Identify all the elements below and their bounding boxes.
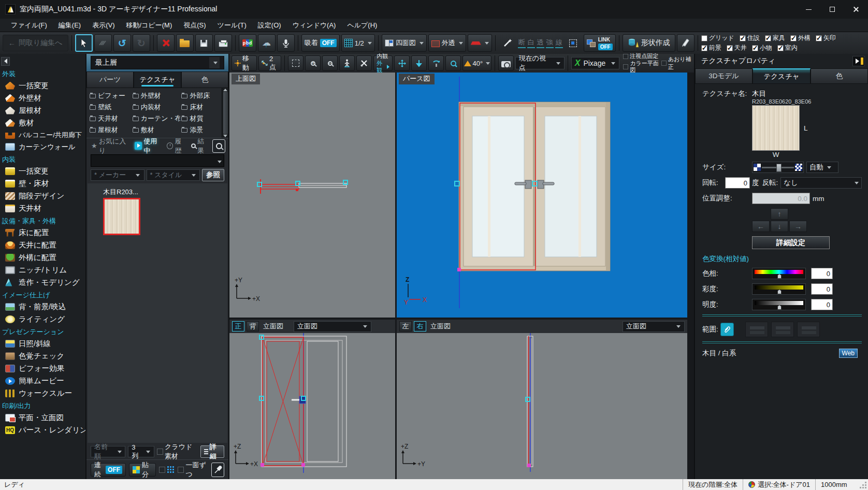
viewport-top-view[interactable]: 上面図 +Y	[229, 73, 395, 318]
menu-move-copy[interactable]: 移動/コピー(M)	[121, 19, 178, 32]
minimize-button[interactable]	[797, 0, 820, 19]
frame-select-button[interactable]	[565, 34, 582, 52]
viewport-perspective[interactable]: パース図	[397, 73, 687, 318]
range-option-2-button[interactable]	[771, 322, 794, 337]
tab-color[interactable]: 色	[181, 71, 228, 88]
sidebar-item-lighting[interactable]: ライティング	[0, 313, 85, 325]
sidebar-item-modeling[interactable]: 造作・モデリング	[0, 276, 85, 289]
range-option-1-button[interactable]	[745, 322, 768, 337]
sidebar-item-place-ceiling[interactable]: 天井に配置	[0, 239, 85, 251]
line-toggle[interactable]: 線	[555, 38, 563, 48]
category-curtain-fabric[interactable]: カーテン・布	[133, 113, 181, 124]
front-view-button[interactable]: 正	[232, 321, 244, 332]
maker-dropdown[interactable]: * メーカー	[91, 169, 144, 181]
sidebar-item-niche-trim[interactable]: ニッチ/トリム	[0, 264, 85, 276]
menu-help[interactable]: ヘルプ(H)	[341, 19, 383, 32]
sort-order-dropdown[interactable]: 名前順	[91, 446, 125, 457]
saturation-value[interactable]: 0	[811, 283, 833, 295]
delete-button[interactable]	[157, 34, 175, 52]
pan-view-button[interactable]	[394, 55, 410, 71]
left-view-button[interactable]: 左	[399, 321, 412, 332]
walk-view-button[interactable]	[339, 55, 355, 71]
category-paving-material[interactable]: 敷材	[133, 124, 181, 136]
sidebar-item-before-effect[interactable]: ビフォー効果	[0, 362, 85, 374]
sidebar-item-stairs[interactable]: 階段デザイン	[0, 190, 85, 202]
undo-button[interactable]: ↺	[113, 34, 131, 52]
offset-input[interactable]: 0.0	[752, 193, 810, 204]
sidebar-item-paving[interactable]: 敷材	[0, 117, 85, 129]
range-option-3-button[interactable]	[797, 322, 820, 337]
filter-favorites[interactable]: ★お気に入り	[90, 136, 132, 156]
sidebar-item-ceiling-material[interactable]: 天井材	[0, 202, 85, 214]
category-floor-material[interactable]: 床材	[181, 102, 221, 113]
sidebar-item-color-vision[interactable]: 色覚チェック	[0, 350, 85, 362]
camera-tilt-button[interactable]	[428, 55, 444, 71]
viewport-front-elevation[interactable]: 正 背 立面図 立面図	[229, 320, 395, 479]
snapshot-button[interactable]	[498, 55, 514, 71]
saturation-slider-thumb[interactable]	[777, 290, 782, 294]
tab-texture-props[interactable]: テクスチャ	[753, 68, 810, 84]
collapse-sidebar-button[interactable]	[1, 57, 10, 66]
open-file-button[interactable]	[176, 34, 194, 52]
menu-view[interactable]: 表示(V)	[86, 19, 120, 32]
style-dropdown[interactable]: * スタイル	[147, 169, 200, 181]
detail-button[interactable]: 詳細	[200, 445, 225, 458]
view-angle-dropdown[interactable]: 40°	[462, 55, 491, 71]
size-mode-dropdown[interactable]: 自動	[806, 162, 838, 173]
hue-value[interactable]: 0	[811, 268, 833, 279]
sidebar-item-sunlight[interactable]: 日照/斜線	[0, 337, 85, 350]
brightness-slider-thumb[interactable]	[777, 305, 782, 310]
hue-slider[interactable]	[752, 268, 806, 279]
magic-wand-button[interactable]	[499, 34, 516, 52]
offset-down-button[interactable]: ↓	[771, 221, 788, 232]
strong-line-toggle[interactable]: 強	[546, 38, 554, 48]
search-button[interactable]	[212, 139, 225, 153]
continuous-toggle-button[interactable]: 連続OFF	[91, 463, 126, 477]
texture-item-thumbnail[interactable]	[103, 198, 140, 235]
sidebar-item-wall-material[interactable]: 外壁材	[0, 92, 85, 104]
sidebar-item-place-floor[interactable]: 床に配置	[0, 226, 85, 239]
filter-history[interactable]: 履歴	[165, 136, 189, 156]
checkbox-furniture[interactable]: 家具	[765, 34, 785, 42]
section-line-toggle[interactable]: 断	[518, 38, 526, 48]
keyword-dropdown[interactable]	[91, 154, 224, 167]
browse-button[interactable]: 参照	[202, 169, 224, 181]
select-tool-button[interactable]	[75, 34, 93, 52]
brightness-slider[interactable]	[752, 299, 806, 310]
category-exterior-wall[interactable]: 外壁材	[133, 90, 181, 102]
size-slider-thumb[interactable]	[776, 164, 782, 172]
category-interior-material[interactable]: 内装材	[133, 102, 181, 113]
category-scrollbar[interactable]	[222, 88, 228, 138]
cloud-upload-button[interactable]: ☁↑	[258, 34, 276, 52]
two-point-button[interactable]: 2点	[258, 55, 281, 71]
category-roof-material[interactable]: 屋根材	[90, 124, 132, 136]
tab-color-props[interactable]: 色	[811, 68, 868, 84]
saturation-slider[interactable]	[752, 283, 806, 295]
pbd-export-button[interactable]: pbd	[239, 34, 256, 52]
sidebar-item-wall-floor[interactable]: 壁・床材	[0, 177, 85, 190]
camera-move-button[interactable]: 移動	[232, 55, 257, 71]
see-through-dropdown[interactable]: 外透	[428, 34, 466, 52]
back-view-button[interactable]: 背	[247, 321, 259, 332]
sidebar-item-pers-rendering[interactable]: HQパース・レンダリング	[0, 424, 85, 436]
checkbox-grid-display[interactable]: グリッド	[701, 34, 734, 42]
checkbox-foreground[interactable]: 前景	[701, 44, 721, 52]
sidebar-item-exterior-bulk[interactable]: 一括変更	[0, 79, 85, 92]
maximize-button[interactable]	[820, 0, 844, 19]
category-before[interactable]: ビフォー	[90, 90, 132, 102]
texture-list-item[interactable]: 木目R203...	[103, 188, 227, 235]
move-tool-button[interactable]	[94, 34, 112, 52]
viewport-side-elevation[interactable]: 左 右 立面図 立面図	[397, 320, 687, 479]
sidebar-item-walkthrough[interactable]: ウォークスルー	[0, 387, 85, 399]
tab-texture[interactable]: テクスチャ	[134, 71, 181, 88]
menu-viewpoint[interactable]: 視点(S)	[178, 19, 211, 32]
right-view-button[interactable]: 右	[414, 321, 426, 332]
columns-dropdown[interactable]: 3列	[128, 446, 154, 457]
shape-create-button[interactable]: 形状作成	[623, 34, 675, 52]
layer-dropdown[interactable]: 最上層	[91, 56, 224, 69]
front-elevation-dropdown[interactable]: 立面図	[294, 321, 371, 332]
view-tools-button[interactable]	[356, 55, 372, 71]
save-button[interactable]	[195, 34, 213, 52]
checkbox-exterior[interactable]: 外構	[790, 34, 811, 42]
zoom-out-button[interactable]: −	[322, 55, 338, 71]
